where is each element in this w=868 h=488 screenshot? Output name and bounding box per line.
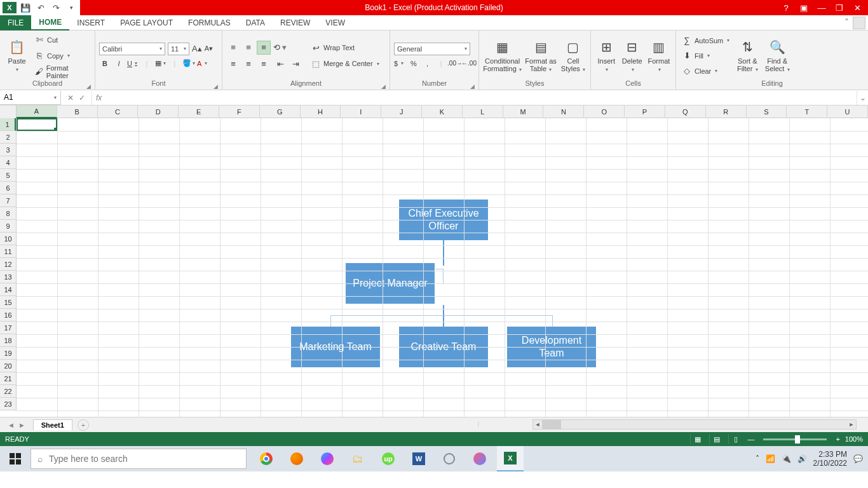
format-painter-button[interactable]: 🖌Format Painter: [32, 65, 91, 79]
column-header[interactable]: O: [584, 105, 625, 118]
row-header[interactable]: 5: [0, 169, 16, 182]
font-color-button[interactable]: A▾: [197, 58, 208, 69]
row-header[interactable]: 22: [0, 385, 16, 398]
maximize-icon[interactable]: ❐: [834, 3, 845, 13]
underline-button[interactable]: U▾: [127, 58, 139, 69]
row-header[interactable]: 7: [0, 194, 16, 207]
insert-cells-button[interactable]: ⊞Insert▾: [595, 33, 618, 79]
accounting-format-button[interactable]: $▾: [394, 58, 405, 69]
save-icon[interactable]: 💾: [19, 1, 32, 14]
column-header[interactable]: L: [463, 105, 503, 118]
column-header[interactable]: D: [138, 105, 179, 118]
column-header[interactable]: Q: [665, 105, 706, 118]
taskbar-chrome-icon[interactable]: [253, 446, 280, 471]
sheet-tab-active[interactable]: Sheet1: [33, 419, 72, 430]
align-right-icon[interactable]: ≡: [257, 57, 271, 71]
tray-network-icon[interactable]: 📶: [766, 454, 775, 463]
autosum-button[interactable]: ∑AutoSum▾: [680, 34, 731, 48]
excel-app-icon[interactable]: X: [3, 2, 17, 13]
new-sheet-button[interactable]: +: [78, 419, 89, 431]
tray-notifications-icon[interactable]: 💬: [853, 454, 863, 463]
sheet-nav-next-icon[interactable]: ►: [18, 421, 25, 429]
tab-page-layout[interactable]: PAGE LAYOUT: [112, 15, 180, 30]
cancel-formula-icon[interactable]: ✕: [67, 93, 74, 102]
tab-formulas[interactable]: FORMULAS: [180, 15, 238, 30]
font-size-combo[interactable]: 11▾: [168, 43, 189, 55]
row-header[interactable]: 16: [0, 309, 16, 322]
copy-button[interactable]: ⎘Copy▾: [32, 49, 91, 63]
taskbar-messenger-icon[interactable]: [314, 446, 341, 471]
zoom-out-button[interactable]: ―: [747, 435, 754, 443]
qat-customize-icon[interactable]: ▾: [65, 1, 78, 14]
tab-home[interactable]: HOME: [31, 15, 69, 30]
row-header[interactable]: 14: [0, 283, 16, 296]
help-icon[interactable]: ?: [780, 3, 792, 13]
increase-decimal-button[interactable]: .00→: [449, 58, 461, 69]
column-header[interactable]: K: [422, 105, 463, 118]
close-icon[interactable]: ✕: [851, 3, 863, 13]
column-header[interactable]: S: [747, 105, 787, 118]
tray-volume-icon[interactable]: 🔊: [797, 454, 807, 463]
tab-view[interactable]: VIEW: [318, 15, 353, 30]
merge-center-button[interactable]: ⬚Merge & Center▾: [309, 57, 381, 71]
find-select-button[interactable]: 🔍Find & Select ▾: [763, 33, 791, 79]
cut-button[interactable]: ✄Cut: [32, 33, 91, 47]
taskbar-word-icon[interactable]: W: [405, 446, 432, 471]
row-header[interactable]: 21: [0, 372, 16, 385]
column-header[interactable]: J: [381, 105, 422, 118]
row-header[interactable]: 8: [0, 207, 16, 220]
spreadsheet-grid[interactable]: ABCDEFGHIJKLMNOPQRSTU 123456789101112131…: [0, 105, 868, 417]
taskbar-clock-icon[interactable]: [436, 446, 463, 471]
row-header[interactable]: 19: [0, 347, 16, 360]
alignment-launcher-icon[interactable]: ◢: [381, 83, 386, 90]
decrease-decimal-button[interactable]: ←.00: [463, 58, 475, 69]
column-header[interactable]: U: [827, 105, 868, 118]
increase-font-icon[interactable]: A▴: [192, 44, 202, 53]
row-header[interactable]: 15: [0, 296, 16, 309]
conditional-formatting-button[interactable]: ▦Conditional Formatting ▾: [483, 33, 522, 79]
align-center-icon[interactable]: ≡: [241, 57, 255, 71]
delete-cells-button[interactable]: ⊟Delete▾: [620, 33, 643, 79]
decrease-indent-icon[interactable]: ⇤: [273, 57, 287, 71]
column-header[interactable]: G: [260, 105, 301, 118]
decrease-font-icon[interactable]: A▾: [205, 44, 213, 53]
orientation-icon[interactable]: ⟲▾: [273, 41, 287, 55]
row-header[interactable]: 17: [0, 322, 16, 334]
formula-input[interactable]: [105, 91, 857, 105]
column-header[interactable]: E: [179, 105, 219, 118]
column-header[interactable]: H: [301, 105, 341, 118]
minimize-icon[interactable]: ―: [816, 3, 827, 13]
account-avatar[interactable]: [853, 17, 865, 29]
number-launcher-icon[interactable]: ◢: [470, 83, 475, 90]
undo-icon[interactable]: ↶: [34, 1, 47, 14]
row-header[interactable]: 3: [0, 144, 16, 156]
row-header[interactable]: 4: [0, 156, 16, 169]
sort-filter-button[interactable]: ⇅Sort & Filter ▾: [734, 33, 761, 79]
percent-format-button[interactable]: %: [408, 58, 419, 69]
taskbar-upwork-icon[interactable]: up: [375, 446, 402, 471]
tab-data[interactable]: DATA: [238, 15, 273, 30]
font-name-combo[interactable]: Calibri▾: [99, 43, 165, 55]
row-header[interactable]: 9: [0, 220, 16, 233]
select-all-button[interactable]: [0, 105, 17, 118]
row-header[interactable]: 18: [0, 334, 16, 347]
row-header[interactable]: 10: [0, 233, 16, 245]
collapse-ribbon-icon[interactable]: ˄: [844, 17, 849, 27]
view-normal-icon[interactable]: ▦: [690, 434, 704, 444]
row-header[interactable]: 6: [0, 182, 16, 194]
format-as-table-button[interactable]: ▤Format as Table ▾: [524, 33, 557, 79]
align-top-icon[interactable]: ≡: [226, 41, 240, 55]
column-header[interactable]: F: [219, 105, 260, 118]
row-header[interactable]: 12: [0, 258, 16, 271]
tray-clock[interactable]: 2:33 PM 2/10/2022: [813, 450, 847, 468]
column-header[interactable]: N: [543, 105, 584, 118]
column-header[interactable]: B: [57, 105, 98, 118]
taskbar-excel-icon[interactable]: X: [497, 446, 524, 471]
view-page-break-icon[interactable]: ▯: [728, 434, 742, 444]
tray-battery-icon[interactable]: 🔌: [782, 454, 791, 463]
row-header[interactable]: 1: [0, 118, 16, 131]
fill-color-button[interactable]: 🪣▾: [183, 58, 194, 69]
row-header[interactable]: 2: [0, 131, 16, 144]
align-middle-icon[interactable]: ≡: [241, 41, 255, 55]
italic-button[interactable]: I: [113, 58, 125, 69]
